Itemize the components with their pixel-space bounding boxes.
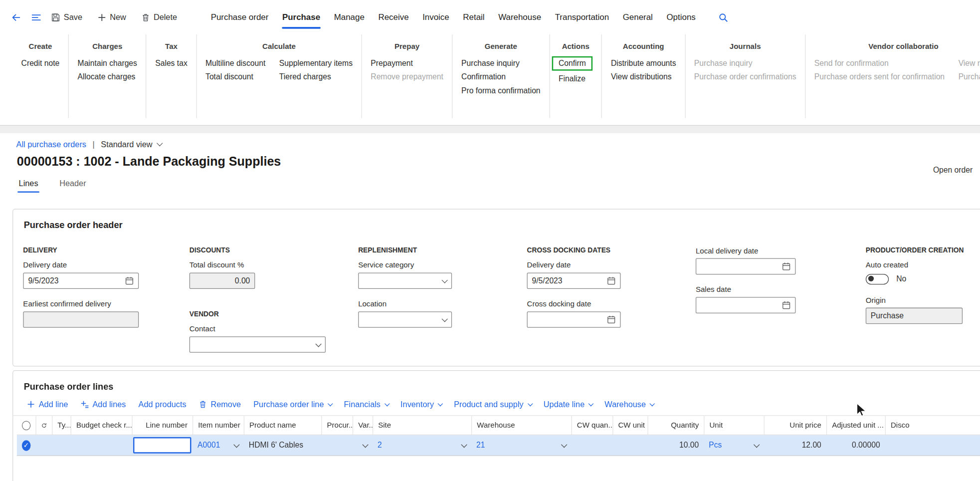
tab-transportation[interactable]: Transportation [555,0,609,34]
col-header-adjusted-unit-price[interactable]: Adjusted unit ... [826,416,885,435]
warehouse-menu[interactable]: Warehouse [604,400,653,409]
calendar-icon[interactable] [782,262,791,271]
cell-cw-quantity[interactable] [572,435,613,455]
back-icon[interactable] [11,12,21,22]
service-category-field[interactable] [358,272,452,289]
cross-delivery-date-field[interactable] [527,272,621,289]
auto-created-toggle[interactable]: No [866,272,969,285]
origin-field[interactable] [866,308,963,324]
col-header-type[interactable]: Ty... [52,416,71,435]
line-number-input[interactable] [133,437,192,454]
allocate-charges-button[interactable]: Allocate charges [78,70,136,84]
search-icon[interactable] [718,12,728,22]
cell-unit-price[interactable]: 12.00 [764,435,826,455]
tab-header[interactable]: Header [59,179,86,193]
cross-docking-date-field[interactable] [527,311,621,328]
location-field[interactable] [358,311,452,328]
col-header-product-name[interactable]: Product name [244,416,321,435]
tab-purchase-order[interactable]: Purchase order [211,0,269,34]
multiline-discount-button[interactable]: Multiline discount [205,56,265,70]
total-discount-field[interactable] [190,272,255,289]
calendar-icon[interactable] [125,276,134,285]
tab-receive[interactable]: Receive [378,0,408,34]
tab-warehouse[interactable]: Warehouse [498,0,541,34]
unit-value[interactable]: Pcs [709,441,722,450]
sales-tax-button[interactable]: Sales tax [155,56,187,70]
calendar-icon[interactable] [607,276,616,285]
pro-forma-confirmation-button[interactable]: Pro forma confirmation [461,84,540,98]
cell-warehouse[interactable]: 21 [471,435,572,455]
calendar-icon[interactable] [607,315,616,324]
cross-docking-date-input[interactable] [532,312,603,327]
contact-input[interactable] [195,337,311,352]
total-discount-input[interactable] [195,273,250,288]
cell-adjusted-unit-price[interactable]: 0.00000 [826,435,885,455]
add-line-button[interactable]: Add line [27,400,68,409]
delivery-date-field[interactable] [23,272,139,289]
col-header-quantity[interactable]: Quantity [647,416,704,435]
confirm-button[interactable]: Confirm [552,56,592,71]
inventory-menu[interactable]: Inventory [400,400,441,409]
delete-button[interactable]: Delete [141,12,177,22]
toggle-track[interactable] [866,273,889,284]
tab-purchase[interactable]: Purchase [282,0,320,34]
tab-manage[interactable]: Manage [334,0,365,34]
add-products-button[interactable]: Add products [139,400,187,409]
service-category-input[interactable] [363,273,437,288]
location-input[interactable] [363,312,437,327]
update-line-menu[interactable]: Update line [544,400,592,409]
col-header-item-number[interactable]: Item number [193,416,244,435]
tab-retail[interactable]: Retail [463,0,484,34]
tab-invoice[interactable]: Invoice [422,0,449,34]
cell-discount[interactable] [885,435,942,455]
cell-quantity[interactable]: 10.00 [647,435,704,455]
product-and-supply-menu[interactable]: Product and supply [454,400,531,409]
tab-options[interactable]: Options [666,0,695,34]
sales-date-field[interactable] [696,297,796,313]
tab-general[interactable]: General [623,0,653,34]
contact-field[interactable] [190,336,326,353]
row-checkbox-checked[interactable]: ✓ [17,435,36,455]
col-header-unit-price[interactable]: Unit price [764,416,826,435]
cell-variant[interactable] [353,435,373,455]
cell-line-number[interactable] [132,435,193,455]
cell-unit[interactable]: Pcs [704,435,764,455]
grid-row-selected[interactable]: ✓ A0001 HDMI 6' Cables [17,435,980,456]
supplementary-items-button[interactable]: Supplementary items [279,56,353,70]
earliest-confirmed-delivery-input[interactable] [28,312,134,327]
cell-procurement[interactable] [321,435,353,455]
item-number-value[interactable]: A0001 [197,441,220,450]
confirmation-button[interactable]: Confirmation [461,70,506,84]
maintain-charges-button[interactable]: Maintain charges [78,56,137,70]
col-header-discount[interactable]: Disco [885,416,942,435]
delivery-date-input[interactable] [28,273,121,288]
col-header-line-number[interactable]: Line number [132,416,193,435]
add-lines-button[interactable]: Add lines [81,400,126,409]
hamburger-menu-icon[interactable] [31,12,41,22]
col-header-site[interactable]: Site [373,416,471,435]
sales-date-input[interactable] [701,298,778,313]
prepayment-button[interactable]: Prepayment [371,56,412,70]
refresh-column-icon[interactable] [35,416,52,435]
cell-type[interactable] [52,435,71,455]
local-delivery-date-input[interactable] [701,259,778,274]
cross-delivery-date-input[interactable] [532,273,603,288]
origin-input[interactable] [871,308,958,323]
col-header-variant[interactable]: Var... [353,416,373,435]
calendar-icon[interactable] [782,301,791,310]
credit-note-button[interactable]: Credit note [21,56,60,70]
view-distributions-button[interactable]: View distributions [611,70,672,84]
save-button[interactable]: Save [51,12,82,22]
cell-item-number[interactable]: A0001 [193,435,244,455]
col-header-cw-unit[interactable]: CW unit [612,416,647,435]
col-header-budget-check[interactable]: Budget check r... [71,416,132,435]
remove-line-button[interactable]: Remove [199,400,241,409]
cell-site[interactable]: 2 [373,435,471,455]
cell-budget-check[interactable] [71,435,132,455]
finalize-button[interactable]: Finalize [559,72,586,86]
purchase-inquiry-button[interactable]: Purchase inquiry [461,56,520,70]
cell-product-name[interactable]: HDMI 6' Cables [244,435,321,455]
local-delivery-date-field[interactable] [696,258,796,275]
new-button[interactable]: New [97,12,126,22]
breadcrumb-link[interactable]: All purchase orders [16,139,86,149]
